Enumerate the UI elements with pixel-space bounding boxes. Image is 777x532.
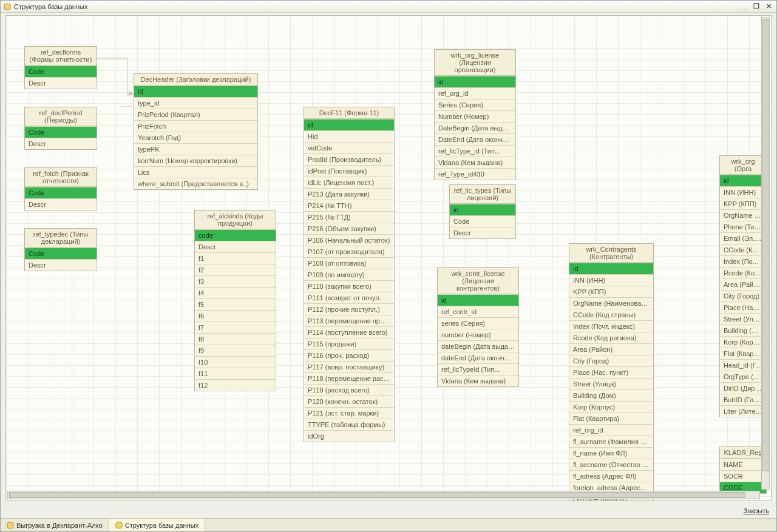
- table-ref_alckinds[interactable]: ref_alckinds (Коды продукции)codeDescrf1…: [194, 210, 276, 391]
- table-column: ref_org_id: [569, 424, 653, 436]
- close-button[interactable]: ✕: [763, 2, 774, 12]
- table-column: Rcode (Код региона): [569, 332, 653, 343]
- table-ref_fotch[interactable]: ref_fotch (Признак отчетности)CodeDescr: [24, 167, 97, 210]
- table-column: INN (ИНН): [569, 274, 653, 286]
- table-column: Street (Улица): [720, 313, 766, 325]
- vertical-scrollbar[interactable]: [761, 17, 770, 490]
- table-column: id: [720, 175, 766, 186]
- table-column: f6: [195, 310, 276, 322]
- close-link[interactable]: Закрыть: [744, 507, 769, 514]
- table-header: wrk_Contragents (Контрагенты): [569, 244, 653, 263]
- table-column: Code: [25, 126, 97, 138]
- table-column: P214 (№ ТТН): [304, 200, 394, 211]
- table-ref_typedec[interactable]: ref_typedec (Типы деклараций)CodeDescr: [24, 228, 97, 271]
- table-column: PrizFotch: [134, 120, 257, 132]
- minimize-button[interactable]: _: [739, 2, 750, 12]
- table-column: P106 (Начальный остаток): [304, 234, 394, 246]
- table-column: TTYPE (таблица формы): [304, 419, 394, 430]
- table-column: Area (Район): [720, 278, 766, 290]
- table-column: Area (Район): [569, 343, 653, 355]
- taskbar-tab-export[interactable]: Выгрузка в Декларант-Алко: [1, 519, 109, 531]
- table-ref_declforms[interactable]: ref_declforms (Формы отчетности)CodeDesc…: [24, 46, 97, 89]
- diagram-canvas[interactable]: ref_declforms (Формы отчетности)CodeDesc…: [5, 15, 772, 501]
- table-column: Descr: [450, 227, 515, 238]
- table-column: idPost (Поставщик): [304, 165, 394, 177]
- db-icon: [115, 522, 123, 529]
- table-wrk_contr_license[interactable]: wrk_contr_license (Лицензии контрагентов…: [437, 268, 519, 387]
- window-icon: [3, 2, 12, 11]
- table-column: f1: [195, 252, 276, 264]
- table-column: idOrg: [304, 430, 394, 442]
- app-window: Структура базы данных _ ❐ ✕: [0, 0, 777, 532]
- table-ref_lic_types[interactable]: ref_lic_types (Типы лицензий)idCodeDescr: [449, 184, 516, 239]
- table-header: wrk_contr_license (Лицензии контрагентов…: [438, 268, 518, 294]
- table-DecF11[interactable]: DecF11 (Форма 11)idHidvidCodeProdId (Про…: [304, 107, 395, 442]
- table-column: type_id: [134, 97, 257, 109]
- table-column: code: [195, 229, 276, 241]
- table-column: id: [438, 294, 518, 306]
- table-column: Lics: [134, 166, 257, 178]
- table-column: Phone (Телефо: [720, 221, 766, 232]
- table-column: id: [134, 86, 257, 97]
- taskbar-tab-structure[interactable]: Структура базы данных: [109, 519, 205, 531]
- table-column: idLic (Лицензия пост.): [304, 177, 394, 188]
- table-header: ref_declPeriod (Периоды): [25, 107, 97, 126]
- table-column: Korp (Корпус): [569, 401, 653, 412]
- table-column: id: [304, 119, 394, 130]
- table-wrk_Contragents[interactable]: wrk_Contragents (Контрагенты)idINN (ИНН)…: [569, 243, 654, 501]
- horizontal-scrollbar[interactable]: [7, 491, 760, 499]
- table-column: where_submit (Предоставляется в..): [134, 178, 257, 189]
- table-column: P113 (перемещение прих.): [304, 315, 394, 326]
- table-column: Index (Почт. индекс): [569, 320, 653, 332]
- table-column: KPP (КПП): [720, 198, 766, 209]
- table-column: P115 (продажи): [304, 338, 394, 349]
- table-column: City (Город): [720, 290, 766, 301]
- restore-button[interactable]: ❐: [751, 2, 762, 12]
- table-column: OrgName (Наименование): [569, 297, 653, 309]
- table-column: P111 (возврат от покуп.: [304, 292, 394, 303]
- scrollbar-thumb[interactable]: [762, 19, 769, 471]
- table-column: ref_licType_id (Тип...: [435, 145, 515, 157]
- table-column: P116 (проч. расход): [304, 349, 394, 361]
- table-header: ref_typedec (Типы деклараций): [25, 229, 97, 247]
- table-column: P109 (по импорту): [304, 269, 394, 280]
- table-KLADR[interactable]: KLADR_RegNAMESOCRCODE: [719, 446, 767, 494]
- table-column: dateEnd (Дата окончания): [438, 352, 518, 363]
- table-column: OrgType (Физ./и: [720, 371, 766, 382]
- table-column: Code: [25, 187, 97, 198]
- table-column: Liter (Литера): [720, 405, 766, 417]
- table-column: f12: [195, 379, 276, 391]
- table-column: Building (Дом): [720, 325, 766, 336]
- scrollbar-thumb[interactable]: [9, 492, 745, 498]
- table-column: typePK: [134, 143, 257, 155]
- table-column: DirID (Директор: [720, 382, 766, 394]
- table-column: P121 (ост. стар. марки): [304, 407, 394, 419]
- table-column: Rcode (Код рег: [720, 267, 766, 278]
- table-column: P114 (поступление всего): [304, 326, 394, 338]
- table-column: Descr: [25, 259, 97, 271]
- table-column: series (Серия): [438, 317, 518, 329]
- table-column: CCode (Код страны): [569, 309, 653, 320]
- table-header: KLADR_Reg: [720, 447, 766, 459]
- table-header: ref_declforms (Формы отчетности): [25, 47, 97, 66]
- table-column: Descr: [195, 241, 276, 252]
- table-column: DateEnd (Дата окончания: [435, 133, 515, 145]
- table-column: fl_name (Имя ФЛ): [569, 447, 653, 459]
- table-wrk_org[interactable]: wrk_org (ОргаidINN (ИНН)KPP (КПП)OrgName…: [719, 155, 767, 417]
- table-header: wrk_org_license (Лицензии организации): [435, 50, 515, 76]
- tab-label: Выгрузка в Декларант-Алко: [16, 522, 103, 529]
- table-column: P118 (перемещение расх.): [304, 372, 394, 384]
- table-wrk_org_license[interactable]: wrk_org_license (Лицензии организации)id…: [434, 49, 516, 180]
- title-bar: Структура базы данных _ ❐ ✕: [1, 1, 776, 13]
- table-column: Building (Дом): [569, 389, 653, 401]
- table-column: ref_Type_id430: [435, 168, 515, 180]
- table-column: id: [569, 263, 653, 274]
- table-column: Street (Улица): [569, 378, 653, 389]
- table-ref_declPeriod[interactable]: ref_declPeriod (Периоды)CodeDescr: [24, 107, 97, 150]
- table-column: P112 (прочие поступл.): [304, 303, 394, 315]
- table-DecHeader[interactable]: DecHeader (Заголовки деклараций)idtype_i…: [134, 73, 258, 190]
- table-header: DecF11 (Форма 11): [304, 107, 394, 119]
- table-column: f2: [195, 264, 276, 275]
- table-column: Index (Почт. ин: [720, 255, 766, 267]
- table-column: Descr: [25, 198, 97, 210]
